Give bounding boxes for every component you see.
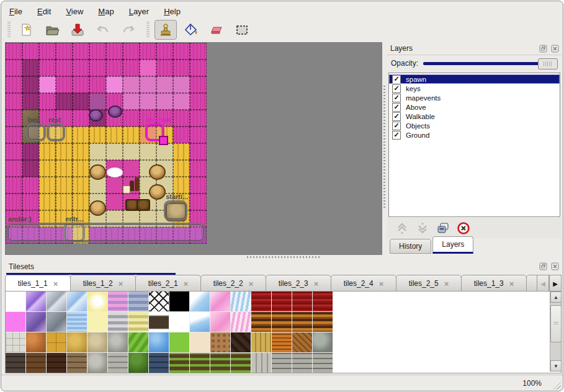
float-tilesets-button[interactable] [539,262,548,271]
menu-edit[interactable]: Edit [37,7,51,16]
tileset-tab-tiles_2_2[interactable]: tiles_2_2× [200,275,266,292]
layer-row-Above[interactable]: ✓Above [389,102,560,112]
tileset-tile-gray-cobble[interactable] [108,332,128,353]
tileset-tile-stone-tiles[interactable] [6,332,26,353]
tileset-tile-pink-glass2[interactable] [210,312,231,332]
tileset-tile-white[interactable] [169,312,190,332]
tileset-tile-light-blue[interactable] [190,312,210,332]
toolbar-drag-handle[interactable] [7,22,11,38]
lower-layer-button[interactable] [415,221,430,236]
menu-layer[interactable]: Layer [129,7,150,16]
layer-visibility-checkbox[interactable]: ✓ [392,75,401,84]
layer-row-mapevents[interactable]: ✓mapevents [389,93,560,102]
tileset-tile-blue-glass2[interactable] [190,292,210,312]
tileset-tile-gray-glass-dark[interactable] [47,312,67,332]
layer-visibility-checkbox[interactable]: ✓ [392,94,401,102]
tileset-tile-gold-tiles[interactable] [47,332,67,353]
tileset-tile-lattice[interactable] [149,292,169,312]
layer-row-keys[interactable]: ✓keys [389,84,560,93]
stamp-tool-button[interactable] [154,20,177,40]
tileset-tile-blue-waves[interactable] [231,292,251,312]
tileset-tile-pink-stripes[interactable] [108,292,128,312]
layer-row-Ground[interactable]: ✓Ground [389,130,560,140]
tileset-tile-brown-stripes[interactable] [272,312,292,332]
tileset-tile-farm-rows[interactable] [231,353,251,373]
tileset-tile-gray-brick2[interactable] [272,353,292,373]
menu-help[interactable]: Help [164,7,181,16]
tab-close-icon[interactable]: × [379,279,384,288]
tileset-tile-red-curtain[interactable] [292,292,313,312]
resize-grip[interactable] [550,379,561,390]
tileset-tile-brown-dots[interactable] [210,332,231,353]
map-object-andor[interactable]: andor:) [6,223,205,243]
menu-view[interactable]: View [66,7,83,16]
vertical-splitter[interactable] [382,42,387,254]
layer-row-Walkable[interactable]: ✓Walkable [389,112,560,121]
tileset-tile-green[interactable] [169,332,190,353]
scroll-down-button[interactable]: ▼ [550,360,562,372]
tileset-tile-blue-water[interactable] [149,332,169,353]
tileset-tile-yellow-stones[interactable] [67,332,87,353]
tileset-tile-stone-brown-wall[interactable] [67,353,87,373]
layer-visibility-checkbox[interactable]: ✓ [392,103,401,112]
tileset-tile-grass-stripes[interactable] [128,332,149,353]
tileset-tab-tiles_2_3[interactable]: tiles_2_3× [266,275,331,292]
tileset-tile-blue-glass[interactable] [67,292,87,312]
save-file-button[interactable] [66,20,89,40]
duplicate-layer-button[interactable] [436,221,450,236]
tileset-tile-orange-cobble[interactable] [26,332,47,353]
opacity-slider-handle[interactable] [538,58,558,69]
tileset-tab-tiles_1_1[interactable]: tiles_1_1× [5,275,71,292]
map-object-bed[interactable]: bed [26,123,46,141]
tileset-tab-tiles_1_4[interactable]: tiles_1_4× [526,275,537,292]
rect-select-tool-button[interactable] [231,20,253,40]
tileset-tile-wood-planks[interactable] [251,332,272,353]
tileset-tile-dark-brown-wall[interactable] [47,353,67,373]
map-object-starti[interactable]: starti... [164,200,187,221]
tileset-tile-gray-brick[interactable] [108,353,128,373]
raise-layer-button[interactable] [395,221,410,236]
tileset-tile-gray-brick2[interactable] [313,353,333,373]
tileset-tile-red-curtain[interactable] [272,292,292,312]
tileset-tab-tiles_2_5[interactable]: tiles_2_5× [396,275,462,292]
tileset-tile-dark-roof[interactable] [231,332,251,353]
tileset-tile-gray-stripes[interactable] [108,312,128,332]
eraser-tool-button[interactable] [205,20,228,40]
fill-tool-button[interactable] [180,20,202,40]
tab-close-icon[interactable]: × [509,279,514,288]
map-object-rest[interactable]: rest [47,123,65,141]
open-file-button[interactable] [41,20,63,40]
tileset-tile-gray-stones[interactable] [87,353,108,373]
tileset-tile-dark-wall[interactable] [6,353,26,373]
tileset-tile-herringbone[interactable] [292,332,313,353]
tileset-tab-tiles_1_3[interactable]: tiles_1_3× [461,275,527,292]
horizontal-splitter[interactable] [5,254,562,260]
tileset-tile-beige-cobble[interactable] [87,332,108,353]
tab-close-icon[interactable]: × [444,279,449,288]
tileset-tile-farm-rows[interactable] [190,353,210,373]
tileset-tile-yellow-stripes[interactable] [128,312,149,332]
tileset-tile-pink-waves[interactable] [231,312,251,332]
tab-close-icon[interactable]: × [184,279,189,288]
map-canvas[interactable]: bedrestmikhailstarti...entr...andor:) [5,42,382,255]
tileset-tile-red-curtain[interactable] [251,292,272,312]
tileset-tile-slate-stripes[interactable] [128,292,149,312]
toolbar-drag-handle-2[interactable] [146,22,150,38]
menu-map[interactable]: Map [98,7,114,16]
tileset-tile-farm-rows[interactable] [210,353,231,373]
tileset-tile-hedge[interactable] [128,353,149,373]
tileset-tile-stone-circles[interactable] [313,332,333,353]
tileset-tile-gray-glass[interactable] [47,292,67,312]
tileset-tile-plaque[interactable] [149,312,169,332]
tab-close-icon[interactable]: × [53,279,58,288]
tileset-tile-water[interactable] [67,312,87,332]
tileset-tile-brown-stripes[interactable] [251,312,272,332]
dock-tab-history[interactable]: History [390,239,431,254]
tileset-tile-brown-stripes[interactable] [313,312,333,332]
tileset-tile-black[interactable] [169,292,190,312]
object-resize-handle[interactable] [159,136,168,145]
new-file-button[interactable] [16,20,38,40]
delete-layer-button[interactable] [456,221,471,236]
layer-visibility-checkbox[interactable]: ✓ [392,122,401,130]
opacity-slider[interactable] [423,58,558,69]
